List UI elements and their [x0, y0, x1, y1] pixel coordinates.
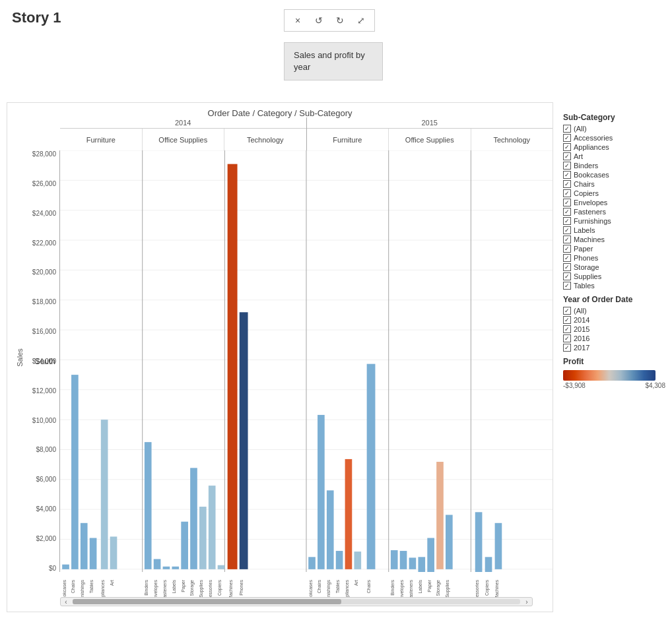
subcategory-legend-title: Sub-Category: [563, 113, 665, 122]
legend-item-paper: Paper: [563, 245, 665, 253]
legend-label-accessories: Accessories: [574, 134, 613, 142]
legend-cb-all-year[interactable]: [563, 307, 571, 315]
year-group-2014: 2014 Furniture Office Supplies Technolog…: [60, 117, 307, 150]
legend-cb-2016[interactable]: [563, 334, 571, 342]
bar-chart-svg: [60, 150, 553, 572]
legend-cb-chairs[interactable]: [563, 180, 571, 188]
legend-item-2014: 2014: [563, 316, 665, 324]
page: Story 1 × ↺ ↻ ⤢ Sales and profit by year…: [0, 0, 672, 632]
svg-text:Storage: Storage: [435, 580, 441, 596]
bar-2014-os-envelopes: [154, 559, 161, 569]
bar-2015-fur-tables: [336, 551, 343, 569]
col-headers: 2014 Furniture Office Supplies Technolog…: [60, 117, 553, 150]
year-label-2014: 2014: [60, 117, 306, 129]
scroll-left-arrow[interactable]: ‹: [61, 597, 71, 606]
scroll-right-arrow[interactable]: ›: [521, 597, 532, 606]
scrollbar-thumb[interactable]: [73, 599, 341, 604]
legend-cb-2017[interactable]: [563, 344, 571, 352]
legend-cb-labels[interactable]: [563, 226, 571, 234]
legend-label-phones: Phones: [574, 254, 598, 262]
cat-officesupplies-2014: Office Supplies: [143, 129, 225, 150]
scrollbar: ‹ ›: [60, 597, 533, 606]
legend-item-2017: 2017: [563, 344, 665, 352]
close-button[interactable]: ×: [290, 13, 306, 28]
legend-cb-supplies[interactable]: [563, 272, 571, 280]
scrollbar-track[interactable]: [73, 599, 520, 604]
bar-2015-fur-bookcases: [308, 557, 316, 569]
svg-text:Chairs: Chairs: [316, 580, 322, 594]
legend-item-machines: Machines: [563, 236, 665, 243]
legend-cb-phones[interactable]: [563, 254, 571, 262]
legend-item-tables: Tables: [563, 282, 665, 290]
legend-cb-paper[interactable]: [563, 245, 571, 253]
legend-label-2017: 2017: [574, 344, 589, 352]
y-tick-24k: $24,000: [32, 210, 56, 217]
legend-item-supplies: Supplies: [563, 272, 665, 280]
legend-cb-envelopes[interactable]: [563, 199, 571, 206]
y-tick-4k: $4,000: [36, 505, 56, 513]
legend-cb-storage[interactable]: [563, 263, 571, 271]
cat-technology-2015: Technology: [471, 129, 553, 150]
svg-text:Chairs: Chairs: [366, 580, 372, 594]
legend-cb-binders[interactable]: [563, 162, 571, 170]
legend-label-appliances: Appliances: [574, 143, 609, 151]
legend-item-fasteners: Fasteners: [563, 208, 665, 216]
svg-text:Copiers: Copiers: [217, 580, 222, 596]
cat-technology-2014: Technology: [224, 129, 306, 150]
legend-label-copiers: Copiers: [574, 189, 599, 197]
bar-2015-os-supplies: [446, 515, 453, 569]
y-axis-label: Sales: [16, 348, 24, 367]
legend-cb-tables[interactable]: [563, 282, 571, 290]
y-tick-18k: $18,000: [32, 298, 56, 305]
svg-text:Art: Art: [353, 580, 359, 586]
legend-cb-copiers[interactable]: [563, 189, 571, 197]
bar-2015-os-labels: [418, 557, 425, 572]
bar-2014-os-labels: [172, 567, 179, 569]
caption-box: Sales and profit by year: [284, 42, 383, 80]
legend-item-appliances: Appliances: [563, 143, 665, 151]
redo-button[interactable]: ↻: [332, 13, 348, 28]
bar-2014-fur-tables: [90, 538, 97, 569]
bar-2014-tech-phones: [240, 312, 248, 569]
legend-item-2015: 2015: [563, 325, 665, 333]
svg-text:Supplies: Supplies: [444, 580, 450, 598]
bar-2015-os-chairs: [367, 364, 376, 569]
legend-label-labels: Labels: [574, 226, 595, 234]
legend-cb-bookcases[interactable]: [563, 171, 571, 179]
svg-text:Supplies: Supplies: [198, 580, 204, 598]
profit-labels: -$3,908 $4,308: [563, 382, 665, 389]
svg-text:Storage: Storage: [189, 580, 195, 596]
legend-cb-accessories[interactable]: [563, 134, 571, 142]
legend-cb-2014[interactable]: [563, 316, 571, 324]
legend-cb-appliances[interactable]: [563, 143, 571, 151]
bar-2015-os-envelopes: [400, 551, 407, 569]
undo-button[interactable]: ↺: [311, 13, 327, 28]
profit-color-bar-container: -$3,908 $4,308: [563, 370, 665, 389]
svg-text:Chairs: Chairs: [70, 580, 76, 594]
bar-2015-tech-machines: [495, 523, 502, 569]
y-tick-16k: $16,000: [32, 328, 56, 335]
legend-cb-furnishings[interactable]: [563, 217, 571, 225]
bar-2014-os-paper: [181, 522, 188, 569]
legend-cb-all-subcat[interactable]: [563, 125, 571, 133]
expand-button[interactable]: ⤢: [353, 13, 369, 28]
svg-text:Copiers: Copiers: [484, 580, 490, 596]
bar-2015-os-binders: [391, 550, 398, 569]
svg-text:Binders: Binders: [143, 580, 149, 596]
legend-cb-art[interactable]: [563, 152, 571, 160]
svg-text:Binders: Binders: [389, 580, 395, 596]
legend-item-accessories: Accessories: [563, 134, 665, 142]
legend-cb-machines[interactable]: [563, 236, 571, 243]
legend-label-all-year: (All): [574, 307, 587, 315]
bar-2014-fur-bookcases: [62, 565, 69, 569]
legend-cb-2015[interactable]: [563, 325, 571, 333]
bar-2015-fur-appliances: [345, 459, 353, 569]
chart-container: Order Date / Category / Sub-Category 201…: [7, 102, 553, 612]
year-legend-title: Year of Order Date: [563, 295, 665, 304]
y-tick-2k: $2,000: [36, 535, 56, 542]
cat-furniture-2015: Furniture: [307, 129, 389, 150]
legend-cb-fasteners[interactable]: [563, 208, 571, 216]
bar-2015-fur-furnishings: [327, 490, 334, 569]
legend-label-tables: Tables: [574, 282, 595, 290]
legend-item-all-year: (All): [563, 307, 665, 315]
